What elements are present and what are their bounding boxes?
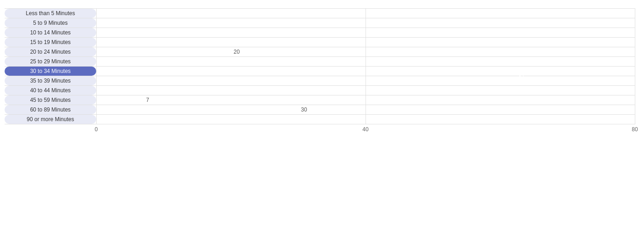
bar-label: 40 to 44 Minutes bbox=[5, 86, 96, 95]
bar-value: 30 bbox=[301, 106, 307, 113]
bar-label: 60 to 89 Minutes bbox=[5, 105, 96, 114]
bar-label: 35 to 39 Minutes bbox=[5, 76, 96, 85]
chart-container: Less than 5 Minutes5 to 9 Minutes10 to 1… bbox=[0, 0, 644, 240]
bar-row: 35 to 39 Minutes bbox=[5, 76, 635, 86]
bar-label: 90 or more Minutes bbox=[5, 115, 96, 124]
bar-row: 15 to 19 Minutes bbox=[5, 38, 635, 47]
bar-track: 7 bbox=[96, 97, 635, 103]
bar-row: 25 to 29 Minutes bbox=[5, 57, 635, 67]
bar-track: 30 bbox=[96, 106, 635, 113]
x-tick: 0 bbox=[95, 126, 98, 133]
bar-label: Less than 5 Minutes bbox=[5, 9, 96, 18]
bar-row: 5 to 9 Minutes bbox=[5, 18, 635, 28]
grid-line bbox=[635, 8, 635, 124]
bar-label: 25 to 29 Minutes bbox=[5, 57, 96, 66]
bar-value: 20 bbox=[234, 49, 240, 55]
bar-label: 5 to 9 Minutes bbox=[5, 18, 96, 28]
bar-label: 15 to 19 Minutes bbox=[5, 38, 96, 47]
bar-row: 30 to 34 Minutes64 bbox=[5, 67, 635, 76]
chart-body: Less than 5 Minutes5 to 9 Minutes10 to 1… bbox=[5, 8, 635, 124]
bar-label: 10 to 14 Minutes bbox=[5, 28, 96, 37]
bar-label: 30 to 34 Minutes bbox=[5, 67, 96, 76]
bar-value: 7 bbox=[146, 97, 149, 103]
bar-row: 90 or more Minutes bbox=[5, 115, 635, 124]
x-tick: 80 bbox=[632, 126, 638, 133]
bar-row: 10 to 14 Minutes bbox=[5, 28, 635, 38]
bar-row: 60 to 89 Minutes30 bbox=[5, 105, 635, 115]
x-axis: 04080 bbox=[96, 124, 635, 134]
bar-row: 45 to 59 Minutes7 bbox=[5, 95, 635, 105]
x-tick: 40 bbox=[362, 126, 368, 133]
bars-container: Less than 5 Minutes5 to 9 Minutes10 to 1… bbox=[5, 8, 635, 124]
bar-label: 45 to 59 Minutes bbox=[5, 95, 96, 105]
bar-row: 40 to 44 Minutes bbox=[5, 86, 635, 95]
bar-row: 20 to 24 Minutes20 bbox=[5, 47, 635, 57]
bar-track: 20 bbox=[96, 49, 635, 55]
bar-label: 20 to 24 Minutes bbox=[5, 47, 96, 56]
bar-row: Less than 5 Minutes bbox=[5, 8, 635, 18]
